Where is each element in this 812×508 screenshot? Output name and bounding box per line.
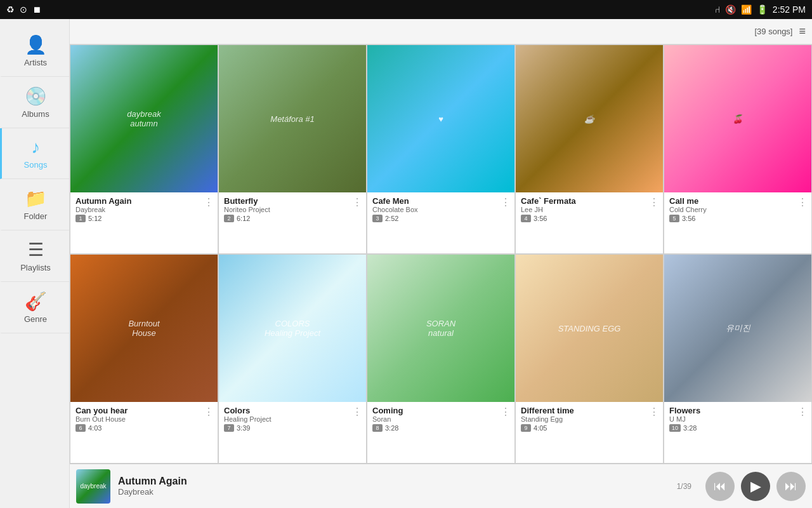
album-cover: daybreak autumn	[70, 45, 218, 192]
album-more-icon[interactable]: ⋮	[352, 406, 362, 418]
play-button[interactable]: ▶	[741, 472, 770, 501]
album-meta: 4 3:56	[521, 215, 658, 222]
album-card[interactable]: Metáfora #1 ⋮ Butterfly Noriteo Project …	[218, 44, 367, 254]
sidebar-item-artists[interactable]: 👤 Artists	[0, 25, 69, 77]
album-artist: U MJ	[669, 415, 806, 423]
album-title: Butterfly	[224, 196, 361, 206]
album-artist: Lee JH	[521, 206, 658, 213]
album-meta: 8 3:28	[372, 424, 509, 432]
album-title: Can you hear	[75, 406, 213, 415]
albums-label: Albums	[22, 109, 49, 119]
album-title: Call me	[669, 196, 806, 206]
app-icon-1: ♻	[6, 4, 15, 15]
album-card[interactable]: 🍒 ⋮ Call me Cold Cherry 5 3:56	[664, 44, 812, 254]
album-more-icon[interactable]: ⋮	[649, 196, 659, 208]
status-bar: ♻ ⊙ ⏹ ⑁ 🔇 📶 🔋 2:52 PM	[0, 0, 812, 19]
sidebar-item-songs[interactable]: ♪ Songs	[0, 128, 69, 179]
album-more-icon[interactable]: ⋮	[649, 406, 659, 418]
now-playing-bar: daybreak Autumn Again Daybreak 1/39 ⏮ ▶ …	[70, 464, 812, 508]
album-title: Cafe` Fermata	[521, 196, 658, 206]
album-artist: Noriteo Project	[224, 206, 361, 213]
album-card[interactable]: 유미진 ⋮ Flowers U MJ 10 3:28	[664, 254, 812, 464]
sidebar-item-genre[interactable]: 🎸 Genre	[0, 282, 69, 333]
album-cover: ♥	[367, 45, 514, 192]
playback-controls: ⏮ ▶ ⏭	[705, 472, 806, 501]
previous-button[interactable]: ⏮	[705, 472, 735, 501]
album-more-icon[interactable]: ⋮	[797, 406, 808, 418]
album-cover: STANDING EGG	[516, 255, 663, 402]
album-meta: 10 3:28	[669, 424, 806, 432]
sidebar-item-folder[interactable]: 📁 Folder	[0, 179, 69, 231]
app-icon-2: ⊙	[20, 4, 27, 15]
album-info: ⋮ Coming Soran 8 3:28	[367, 402, 514, 437]
album-duration: 3:56	[534, 215, 547, 222]
folder-icon: 📁	[25, 188, 47, 209]
album-cover: SORAN natural	[367, 255, 514, 402]
albums-grid: daybreak autumn ⋮ Autumn Again Daybreak …	[70, 44, 812, 464]
album-card[interactable]: daybreak autumn ⋮ Autumn Again Daybreak …	[70, 44, 218, 254]
album-card[interactable]: SORAN natural ⋮ Coming Soran 8 3:28	[367, 254, 515, 464]
album-cover: COLORS Healing Project	[219, 255, 366, 402]
album-number: 9	[521, 424, 531, 432]
album-meta: 3 2:52	[372, 215, 509, 222]
album-duration: 3:39	[237, 424, 250, 432]
album-title: Coming	[372, 406, 509, 415]
album-info: ⋮ Can you hear Burn Out House 6 4:03	[70, 402, 218, 437]
albums-icon: 💿	[25, 86, 47, 107]
genre-icon: 🎸	[25, 291, 47, 312]
album-duration: 2:52	[385, 215, 398, 222]
album-artist: Chocolate Box	[372, 206, 509, 213]
album-meta: 1 5:12	[75, 215, 213, 222]
album-more-icon[interactable]: ⋮	[204, 406, 214, 418]
album-more-icon[interactable]: ⋮	[352, 196, 362, 208]
album-cover: ☕	[516, 45, 663, 192]
album-duration: 6:12	[237, 215, 250, 222]
album-card[interactable]: Burntout House ⋮ Can you hear Burn Out H…	[70, 254, 218, 464]
album-duration: 3:56	[682, 215, 695, 222]
album-more-icon[interactable]: ⋮	[501, 196, 511, 208]
album-card[interactable]: COLORS Healing Project ⋮ Colors Healing …	[218, 254, 367, 464]
playlists-label: Playlists	[20, 263, 51, 272]
album-title: Colors	[224, 406, 361, 415]
album-duration: 4:03	[88, 424, 102, 432]
album-duration: 3:28	[385, 424, 398, 432]
album-cover: Metáfora #1	[219, 45, 366, 192]
album-meta: 7 3:39	[224, 424, 361, 432]
album-title: Autumn Again	[75, 196, 213, 206]
songs-count: [39 songs]	[754, 27, 792, 36]
album-artist: Burn Out House	[75, 415, 213, 423]
artists-label: Artists	[24, 58, 47, 67]
album-card[interactable]: STANDING EGG ⋮ Different time Standing E…	[515, 254, 664, 464]
app-icon-3: ⏹	[32, 4, 41, 15]
now-playing-title: Autumn Again	[118, 476, 669, 487]
album-duration: 3:28	[683, 424, 697, 432]
top-bar: [39 songs] ≡	[70, 19, 812, 44]
sidebar: 👤 Artists 💿 Albums ♪ Songs 📁 Folder ☰ Pl…	[0, 19, 70, 508]
playlists-icon: ☰	[28, 239, 44, 260]
album-info: ⋮ Flowers U MJ 10 3:28	[664, 402, 811, 437]
folder-label: Folder	[24, 211, 48, 221]
album-more-icon[interactable]: ⋮	[797, 196, 808, 208]
album-number: 3	[372, 215, 383, 222]
album-title: Flowers	[669, 406, 806, 415]
album-title: Cafe Men	[372, 196, 509, 206]
album-card[interactable]: ♥ ⋮ Cafe Men Chocolate Box 3 2:52	[367, 44, 515, 254]
sidebar-item-playlists[interactable]: ☰ Playlists	[0, 231, 69, 282]
battery-icon: 🔋	[757, 4, 768, 15]
list-view-icon[interactable]: ≡	[799, 25, 806, 38]
now-playing-info: Autumn Again Daybreak	[118, 476, 669, 497]
album-number: 7	[224, 424, 234, 432]
songs-icon: ♪	[31, 137, 40, 157]
album-more-icon[interactable]: ⋮	[204, 196, 214, 208]
album-title: Different time	[521, 406, 658, 415]
album-cover: Burntout House	[70, 255, 218, 402]
artists-icon: 👤	[25, 34, 47, 55]
album-number: 2	[224, 215, 234, 222]
next-button[interactable]: ⏭	[776, 472, 806, 501]
album-info: ⋮ Cafe` Fermata Lee JH 4 3:56	[516, 192, 663, 227]
album-more-icon[interactable]: ⋮	[501, 406, 511, 418]
album-info: ⋮ Butterfly Noriteo Project 2 6:12	[219, 192, 366, 227]
sidebar-item-albums[interactable]: 💿 Albums	[0, 77, 69, 128]
album-card[interactable]: ☕ ⋮ Cafe` Fermata Lee JH 4 3:56	[515, 44, 664, 254]
album-info: ⋮ Call me Cold Cherry 5 3:56	[664, 192, 811, 227]
